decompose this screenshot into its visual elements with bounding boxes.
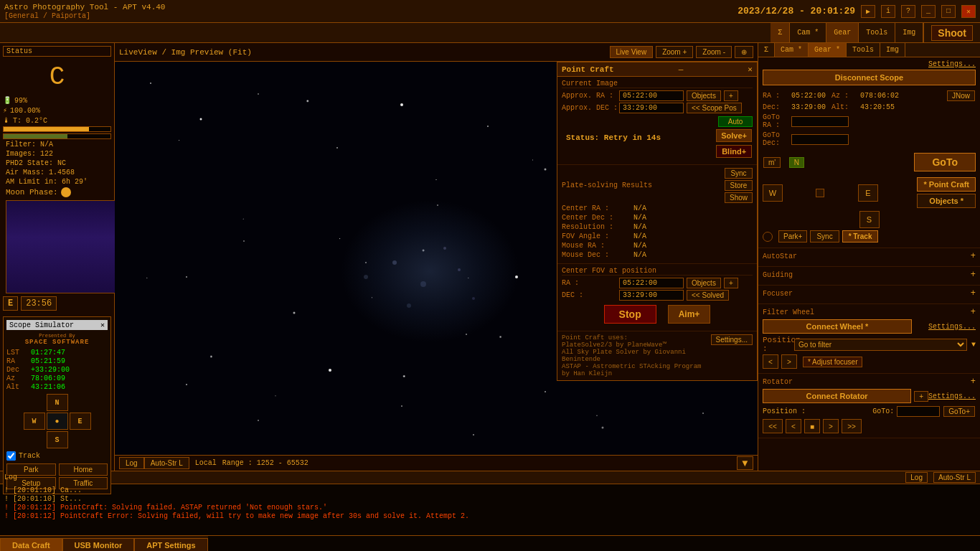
- rp-tab-tools[interactable]: Tools: [847, 43, 880, 57]
- rp-e-btn[interactable]: E: [858, 184, 878, 202]
- connect-wheel-btn[interactable]: Connect Wheel *: [763, 319, 912, 334]
- pc-plus-btn[interactable]: +: [724, 90, 738, 101]
- rp-tab-sigma[interactable]: Σ: [758, 43, 775, 57]
- pc-store-btn[interactable]: Store: [725, 180, 753, 191]
- rp-n-btn[interactable]: N: [789, 157, 804, 168]
- log-log-btn[interactable]: Log: [905, 472, 928, 483]
- tab-gear[interactable]: Gear: [826, 23, 859, 42]
- zoom-in-btn[interactable]: Zoom +: [656, 46, 693, 58]
- pc-fov-ra-input[interactable]: [619, 278, 684, 288]
- rp-s-btn[interactable]: S: [859, 211, 880, 228]
- pc-fov-objects-btn[interactable]: Objects: [687, 278, 721, 288]
- track-checkbox[interactable]: [6, 451, 16, 461]
- filter-settings-link[interactable]: Settings...: [928, 323, 976, 331]
- compass-w-btn[interactable]: W: [24, 413, 45, 430]
- go-to-filter-select[interactable]: Go to filter: [794, 339, 967, 351]
- filter-wheel-expand-btn[interactable]: +: [971, 307, 976, 317]
- tab-sigma[interactable]: Σ: [771, 23, 790, 42]
- home-button[interactable]: Home: [59, 463, 108, 476]
- usb-monitor-tab[interactable]: USB Monitor: [62, 538, 135, 552]
- pc-stop-btn[interactable]: Stop: [604, 305, 656, 324]
- data-craft-tab[interactable]: Data Craft: [0, 538, 62, 552]
- rp-tab-cam[interactable]: Cam *: [775, 43, 809, 57]
- filter-left-btn[interactable]: <: [763, 354, 778, 369]
- pc-approx-ra-row: Approx. RA : Objects +: [562, 90, 753, 101]
- pc-settings-btn[interactable]: Settings...: [711, 334, 753, 345]
- tab-cam[interactable]: Cam *: [790, 23, 826, 42]
- connect-rotator-btn[interactable]: Connect Rotator: [763, 389, 911, 403]
- pc-scope-pos-btn[interactable]: << Scope Pos: [687, 103, 742, 113]
- live-view-btn[interactable]: Live View: [610, 46, 654, 58]
- pc-aim-btn[interactable]: Aim+: [668, 305, 711, 324]
- rp-compass-section: m' N GoTo: [763, 150, 976, 174]
- rp-alt-label: Alt:: [831, 103, 860, 111]
- pc-fov-plus2-btn[interactable]: +: [724, 278, 738, 288]
- scope-sim-title: Scope Simulator ✕: [6, 320, 108, 330]
- pc-show-btn[interactable]: Show: [725, 192, 753, 203]
- rp-goto-ra-input[interactable]: [791, 116, 849, 127]
- compass-e-btn[interactable]: E: [70, 413, 91, 430]
- play-btn[interactable]: ▶: [861, 5, 875, 18]
- pc-fov-solved-btn[interactable]: << Solved: [687, 290, 729, 301]
- rotator-plus-btn[interactable]: +: [914, 391, 928, 402]
- rp-w-btn[interactable]: W: [763, 184, 783, 202]
- rp-tab-img[interactable]: Img: [880, 43, 905, 57]
- disconnect-scope-btn[interactable]: Disconnect Scope: [763, 70, 976, 85]
- close-btn[interactable]: ✕: [961, 5, 976, 18]
- pc-approx-dec-input[interactable]: [619, 103, 684, 113]
- settings-link[interactable]: Settings...: [928, 60, 976, 68]
- rotator-l-btn[interactable]: <: [786, 419, 801, 433]
- phd2-val: PHD2 State: NC: [6, 159, 66, 167]
- rotator-r-btn[interactable]: >: [823, 419, 839, 433]
- rp-objects-btn[interactable]: Objects *: [917, 194, 976, 208]
- rp-track-btn[interactable]: * Track: [842, 230, 879, 242]
- focuser-section: Focuser +: [758, 286, 980, 304]
- pc-fov-dec-input[interactable]: [619, 290, 684, 301]
- rotator-rr-btn[interactable]: >>: [842, 419, 862, 433]
- compass-center[interactable]: ●: [47, 413, 68, 430]
- help-btn[interactable]: ?: [901, 5, 915, 18]
- rotator-settings-link[interactable]: Settings...: [928, 392, 976, 400]
- rotator-gotoplus-btn[interactable]: GoTo+: [943, 406, 975, 417]
- zoom-out-btn[interactable]: Zoom -: [696, 46, 732, 58]
- crosshair-btn[interactable]: ⊕: [735, 46, 753, 58]
- rotator-expand-btn[interactable]: +: [971, 377, 976, 387]
- rp-goto-dec-input[interactable]: [791, 134, 849, 145]
- compass-s-btn[interactable]: S: [47, 431, 68, 448]
- pc-approx-ra-input[interactable]: [619, 90, 684, 101]
- compass-n-btn[interactable]: N: [47, 394, 68, 411]
- auto-str-btn[interactable]: Auto-Str L: [144, 457, 189, 469]
- pc-approx-dec-label: Approx. DEC :: [562, 104, 619, 112]
- log-button[interactable]: Log: [119, 457, 144, 469]
- pc-solve-btn[interactable]: Solve+: [716, 129, 752, 142]
- apt-settings-tab[interactable]: APT Settings: [134, 538, 207, 552]
- filter-right-btn[interactable]: >: [781, 354, 797, 369]
- rp-park-btn[interactable]: Park+: [778, 230, 807, 242]
- pc-sync-btn[interactable]: Sync: [725, 168, 753, 179]
- adjust-focuser-btn[interactable]: * Adjust focuser: [803, 357, 862, 367]
- rp-m-btn[interactable]: m': [763, 157, 781, 168]
- rp-tab-gear[interactable]: Gear *: [809, 43, 847, 57]
- maximize-btn[interactable]: □: [941, 5, 956, 18]
- rp-point-craft-btn[interactable]: * Point Craft: [917, 177, 976, 192]
- info-btn[interactable]: i: [881, 5, 895, 18]
- jnow-btn[interactable]: JNow: [947, 90, 975, 101]
- rp-goto-btn[interactable]: GoTo: [914, 153, 976, 171]
- pc-objects-btn[interactable]: Objects: [687, 90, 721, 101]
- focuser-expand-btn[interactable]: +: [971, 288, 976, 298]
- log-auto-str-btn[interactable]: Auto-Str L: [933, 472, 976, 483]
- pc-close-btn[interactable]: ✕: [748, 65, 753, 74]
- rp-sync-btn[interactable]: Sync: [810, 230, 839, 242]
- tab-tools[interactable]: Tools: [859, 23, 895, 42]
- minimize-btn[interactable]: _: [921, 5, 936, 18]
- rotator-stop-btn[interactable]: ■: [804, 419, 820, 433]
- shoot-button[interactable]: Shoot: [931, 25, 973, 41]
- autostar-expand-btn[interactable]: +: [971, 251, 976, 261]
- rotator-goto-input[interactable]: [897, 406, 940, 417]
- pc-auto-btn[interactable]: Auto: [718, 116, 753, 127]
- tab-img[interactable]: Img: [895, 23, 923, 42]
- pc-blind-btn[interactable]: Blind+: [716, 145, 752, 158]
- guiding-expand-btn[interactable]: +: [971, 270, 976, 280]
- expand-btn[interactable]: ▼: [737, 456, 753, 470]
- rotator-ll-btn[interactable]: <<: [763, 419, 783, 433]
